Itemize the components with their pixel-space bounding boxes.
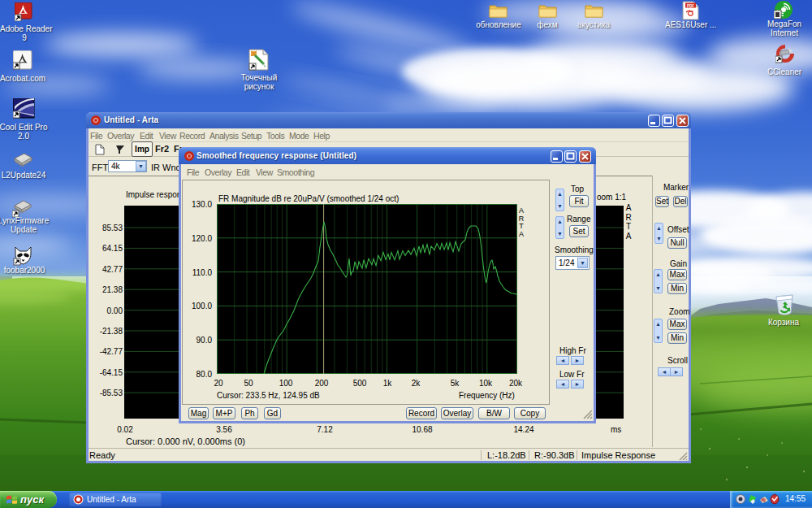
svg-text:PDF: PDF	[687, 4, 694, 8]
